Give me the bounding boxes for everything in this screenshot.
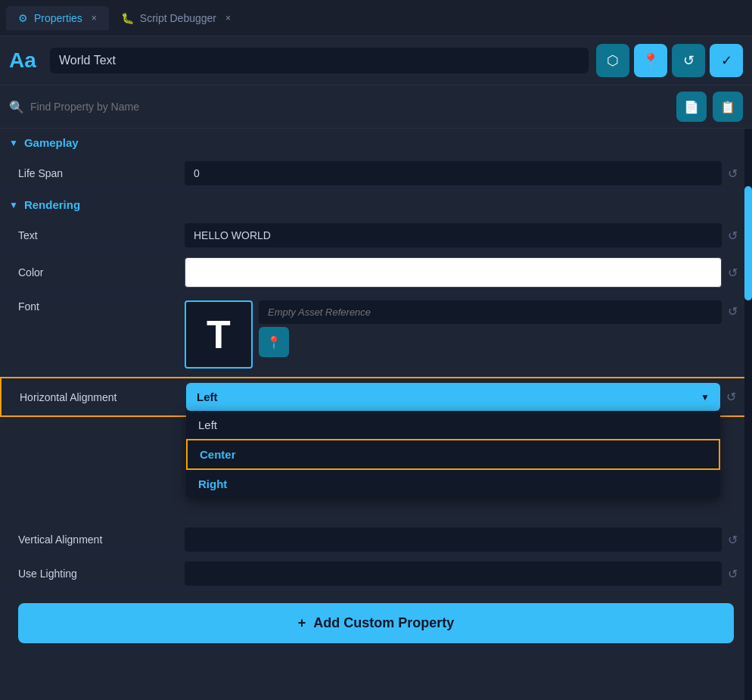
add-custom-property-button[interactable]: + Add Custom Property <box>18 603 734 643</box>
horizontal-alignment-trigger[interactable]: Left ▼ <box>186 383 720 411</box>
undo-icon: ↺ <box>683 52 695 69</box>
dropdown-option-right[interactable]: Right <box>186 470 720 498</box>
horizontal-alignment-dropdown: Left ▼ Left Center Right <box>186 383 720 411</box>
tab-properties[interactable]: ⚙ Properties × <box>6 6 109 30</box>
tab-bar: ⚙ Properties × 🐛 Script Debugger × <box>0 0 752 36</box>
color-swatch[interactable] <box>185 257 722 288</box>
color-label: Color <box>18 266 185 278</box>
font-reset-icon: ↺ <box>728 304 738 319</box>
use-lighting-value <box>185 562 722 586</box>
lifespan-reset-button[interactable]: ↺ <box>722 163 743 184</box>
search-row: 🔍 📄 📋 <box>0 86 752 129</box>
vertical-alignment-input[interactable] <box>185 527 722 552</box>
color-value <box>185 257 722 288</box>
text-property-row: Text ↺ <box>0 219 752 253</box>
use-lighting-row: Use Lighting ↺ <box>0 557 752 591</box>
font-value: T 📍 <box>185 300 722 369</box>
font-right: 📍 <box>259 300 722 357</box>
rendering-section-header[interactable]: ▼ Rendering <box>0 191 752 219</box>
lifespan-input[interactable] <box>185 161 722 185</box>
horizontal-alignment-label: Horizontal Alignment <box>20 391 186 403</box>
vertical-alignment-value <box>185 527 722 552</box>
sphere-button[interactable]: ⬡ <box>596 44 629 77</box>
script-debugger-tab-icon: 🐛 <box>121 12 134 24</box>
copy-icon: 📄 <box>684 100 699 114</box>
pin-button[interactable]: 📍 <box>634 44 667 77</box>
properties-tab-close[interactable]: × <box>92 13 97 23</box>
font-property-row: Font T 📍 ↺ <box>0 293 752 377</box>
horizontal-alignment-reset-button[interactable]: ↺ <box>720 387 741 408</box>
sphere-icon: ⬡ <box>607 52 619 69</box>
vertical-alignment-reset-button[interactable]: ↺ <box>722 529 743 550</box>
scrollbar-thumb <box>744 186 752 300</box>
use-lighting-input[interactable] <box>185 562 722 586</box>
font-pin-button[interactable]: 📍 <box>259 327 289 357</box>
dropdown-option-left[interactable]: Left <box>186 411 720 439</box>
gameplay-section-label: Gameplay <box>24 136 79 149</box>
vertical-alignment-reset-icon: ↺ <box>728 533 738 547</box>
scrollbar[interactable] <box>744 129 752 700</box>
add-custom-property-label: Add Custom Property <box>313 615 454 631</box>
text-reset-button[interactable]: ↺ <box>722 225 743 246</box>
lifespan-property-row: Life Span ↺ <box>0 157 752 191</box>
properties-tab-label: Properties <box>34 12 82 24</box>
font-pin-icon: 📍 <box>266 335 281 350</box>
text-label: Text <box>18 229 185 241</box>
pin-icon: 📍 <box>642 52 659 69</box>
dropdown-current-value: Left <box>197 390 218 403</box>
confirm-button[interactable]: ✓ <box>710 44 743 77</box>
use-lighting-reset-icon: ↺ <box>728 567 738 581</box>
lifespan-reset-icon: ↺ <box>728 166 738 181</box>
aa-icon: Aa <box>9 48 42 73</box>
text-value <box>185 223 722 247</box>
dropdown-menu: Left Center Right <box>186 411 720 498</box>
lifespan-label: Life Span <box>18 167 185 179</box>
font-preview: T <box>185 300 253 369</box>
properties-tab-icon: ⚙ <box>18 12 28 24</box>
check-icon: ✓ <box>721 52 732 69</box>
lifespan-value <box>185 161 722 185</box>
color-reset-button[interactable]: ↺ <box>722 262 743 283</box>
horizontal-alignment-value: Left ▼ Left Center Right <box>186 383 720 411</box>
script-debugger-tab-label: Script Debugger <box>140 12 216 24</box>
horizontal-alignment-reset-icon: ↺ <box>726 390 736 404</box>
text-input[interactable] <box>185 223 722 247</box>
search-icon: 🔍 <box>9 100 24 114</box>
color-reset-icon: ↺ <box>728 266 738 280</box>
dropdown-option-center[interactable]: Center <box>186 439 720 470</box>
vertical-alignment-label: Vertical Alignment <box>18 534 185 546</box>
clipboard-button[interactable]: 📋 <box>713 92 743 122</box>
undo-button[interactable]: ↺ <box>672 44 705 77</box>
clipboard-icon: 📋 <box>720 100 735 114</box>
tab-script-debugger[interactable]: 🐛 Script Debugger × <box>109 6 243 30</box>
header-buttons: ⬡ 📍 ↺ ✓ <box>596 44 743 77</box>
gameplay-arrow-icon: ▼ <box>9 138 18 148</box>
properties-panel: Aa ⬡ 📍 ↺ ✓ 🔍 📄 📋 <box>0 36 752 700</box>
script-debugger-tab-close[interactable]: × <box>225 13 231 23</box>
object-name-input[interactable] <box>50 48 589 73</box>
font-ref-input[interactable] <box>259 300 722 324</box>
use-lighting-label: Use Lighting <box>18 568 185 580</box>
color-property-row: Color ↺ <box>0 253 752 293</box>
search-input[interactable] <box>30 101 670 113</box>
copy-button[interactable]: 📄 <box>676 92 707 122</box>
rendering-arrow-icon: ▼ <box>9 200 18 210</box>
dropdown-arrow-icon: ▼ <box>701 392 710 403</box>
properties-content: ▼ Gameplay Life Span ↺ ▼ Rendering Text <box>0 129 752 700</box>
gameplay-section-header[interactable]: ▼ Gameplay <box>0 129 752 157</box>
use-lighting-reset-button[interactable]: ↺ <box>722 563 743 584</box>
vertical-alignment-row: Vertical Alignment ↺ <box>0 523 752 557</box>
rendering-section-label: Rendering <box>24 198 80 211</box>
add-icon: + <box>298 615 306 631</box>
horizontal-alignment-row: Horizontal Alignment Left ▼ Left Center … <box>0 377 752 417</box>
header-row: Aa ⬡ 📍 ↺ ✓ <box>0 36 752 86</box>
font-reset-button[interactable]: ↺ <box>722 300 743 322</box>
font-label: Font <box>18 300 185 313</box>
text-reset-icon: ↺ <box>728 229 738 243</box>
